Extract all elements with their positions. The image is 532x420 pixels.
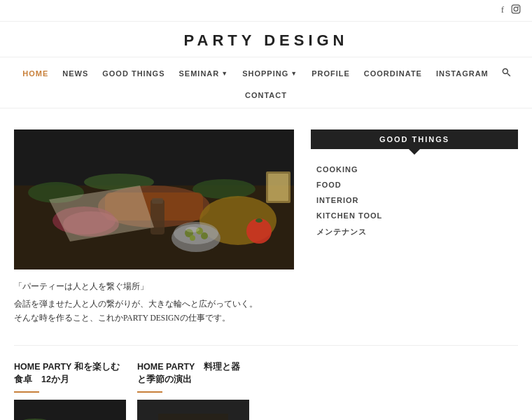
shopping-dropdown-arrow: ▼ <box>290 70 298 77</box>
svg-point-3 <box>503 69 507 74</box>
nav-primary: HOME NEWS GOOD THINGS SEMINAR ▼ SHOPPING… <box>0 57 532 85</box>
hero-desc-line2: そんな時を作ること、これかPARTY DESIGNの仕事です。 <box>14 311 294 326</box>
sidebar-item-food[interactable]: FOOD <box>311 177 518 192</box>
svg-point-28 <box>186 227 200 232</box>
cards-row: HOME PARTY 和を楽しむ食卓 12か月 HOME PARTY HOME … <box>14 361 518 420</box>
instagram-icon[interactable] <box>511 4 521 17</box>
card-2-image: HOME PARTY <box>137 400 249 420</box>
top-bar: f <box>0 0 532 22</box>
svg-rect-22 <box>152 198 163 204</box>
card-2-underline <box>137 391 162 393</box>
sidebar-item-maintenance[interactable]: メンテナンス <box>311 223 518 241</box>
nav-instagram[interactable]: INSTAGRAM <box>429 66 496 80</box>
nav-seminar[interactable]: SEMINAR ▼ <box>172 66 235 80</box>
svg-line-4 <box>507 74 510 76</box>
svg-rect-29 <box>14 400 126 420</box>
card-1: HOME PARTY 和を楽しむ食卓 12か月 HOME PARTY <box>14 361 126 420</box>
nav-good-things[interactable]: GOOD THINGS <box>95 66 172 80</box>
svg-point-24 <box>255 218 262 223</box>
hero-quote: 「パーティーは人と人を繋ぐ場所」 <box>14 279 294 294</box>
hero-desc-line1: 会話を弾ませた人と人の繋がりが、大きな輪へと広がっていく。 <box>14 297 294 312</box>
nav-profile[interactable]: PROFILE <box>304 66 357 80</box>
sidebar-title: GOOD THINGS <box>311 130 518 149</box>
sidebar-item-interior[interactable]: INTERIOR <box>311 192 518 208</box>
svg-rect-41 <box>158 414 228 420</box>
svg-point-2 <box>517 6 519 8</box>
svg-point-16 <box>174 222 218 244</box>
svg-point-1 <box>514 7 518 11</box>
hero-image <box>14 130 294 270</box>
nav-shopping[interactable]: SHOPPING ▼ <box>235 66 304 80</box>
main-nav: HOME NEWS GOOD THINGS SEMINAR ▼ SHOPPING… <box>0 57 532 108</box>
card-2: HOME PARTY 料理と器と季節の演出 HOME PARTY <box>137 361 249 420</box>
sidebar-item-kitchen-tool[interactable]: KITCHEN TOOL <box>311 208 518 223</box>
facebook-icon[interactable]: f <box>501 4 504 17</box>
social-icons: f <box>501 4 521 17</box>
nav-home[interactable]: HOME <box>15 66 55 80</box>
site-title: PARTY DESIGN <box>0 22 532 57</box>
card-1-image: HOME PARTY <box>14 400 126 420</box>
nav-news[interactable]: NEWS <box>55 66 95 80</box>
svg-rect-14 <box>268 174 288 201</box>
search-icon[interactable] <box>496 64 517 83</box>
seminar-dropdown-arrow: ▼ <box>221 70 228 77</box>
svg-point-20 <box>190 235 195 241</box>
hero-text: 「パーティーは人と人を繋ぐ場所」 会話を弾ませた人と人の繋がりが、大きな輪へと広… <box>14 279 294 326</box>
content-divider <box>14 345 518 346</box>
nav-contact[interactable]: CONTACT <box>238 88 294 102</box>
card-1-title: HOME PARTY 和を楽しむ食卓 12か月 <box>14 361 126 386</box>
svg-rect-0 <box>512 5 520 13</box>
content-layout: 「パーティーは人と人を繋ぐ場所」 会話を弾ませた人と人の繋がりが、大きな輪へと広… <box>14 130 518 326</box>
sidebar-menu: COOKING FOOD INTERIOR KITCHEN TOOL メンテナン… <box>311 162 518 241</box>
nav-secondary: CONTACT <box>0 85 532 108</box>
hero-area: 「パーティーは人と人を繋ぐ場所」 会話を弾ませた人と人の繋がりが、大きな輪へと広… <box>14 130 294 326</box>
card-2-title: HOME PARTY 料理と器と季節の演出 <box>137 361 249 386</box>
sidebar-item-cooking[interactable]: COOKING <box>311 162 518 177</box>
page-content: 「パーティーは人と人を繋ぐ場所」 会話を弾ませた人と人の繋がりが、大きな輪へと広… <box>0 108 532 420</box>
svg-rect-21 <box>150 200 164 234</box>
sidebar: GOOD THINGS COOKING FOOD INTERIOR KITCHE… <box>311 130 518 241</box>
nav-coordinate[interactable]: COORDINATE <box>357 66 429 80</box>
svg-point-19 <box>201 232 208 239</box>
card-1-underline <box>14 391 39 393</box>
sidebar-title-triangle <box>409 149 420 155</box>
